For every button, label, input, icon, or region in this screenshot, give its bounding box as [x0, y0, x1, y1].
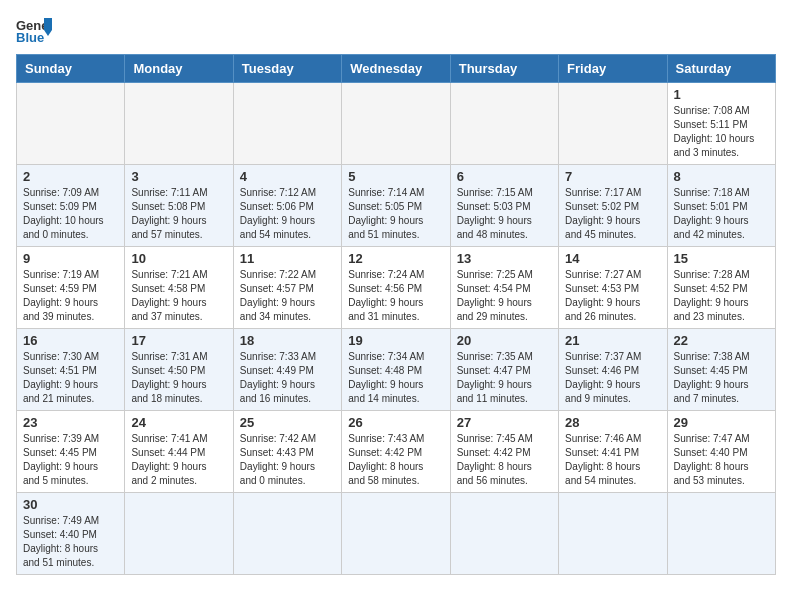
calendar-cell: 20Sunrise: 7:35 AM Sunset: 4:47 PM Dayli… — [450, 329, 558, 411]
calendar-week-row: 1Sunrise: 7:08 AM Sunset: 5:11 PM Daylig… — [17, 83, 776, 165]
svg-text:Blue: Blue — [16, 30, 44, 44]
day-info: Sunrise: 7:12 AM Sunset: 5:06 PM Dayligh… — [240, 186, 335, 242]
weekday-header-thursday: Thursday — [450, 55, 558, 83]
day-info: Sunrise: 7:22 AM Sunset: 4:57 PM Dayligh… — [240, 268, 335, 324]
calendar-cell — [342, 83, 450, 165]
weekday-header-saturday: Saturday — [667, 55, 775, 83]
weekday-header-row: SundayMondayTuesdayWednesdayThursdayFrid… — [17, 55, 776, 83]
calendar-cell — [667, 493, 775, 575]
calendar-table: SundayMondayTuesdayWednesdayThursdayFrid… — [16, 54, 776, 575]
day-info: Sunrise: 7:47 AM Sunset: 4:40 PM Dayligh… — [674, 432, 769, 488]
calendar-cell: 3Sunrise: 7:11 AM Sunset: 5:08 PM Daylig… — [125, 165, 233, 247]
calendar-cell: 16Sunrise: 7:30 AM Sunset: 4:51 PM Dayli… — [17, 329, 125, 411]
day-number: 7 — [565, 169, 660, 184]
day-info: Sunrise: 7:18 AM Sunset: 5:01 PM Dayligh… — [674, 186, 769, 242]
day-number: 12 — [348, 251, 443, 266]
weekday-header-friday: Friday — [559, 55, 667, 83]
day-number: 15 — [674, 251, 769, 266]
day-info: Sunrise: 7:41 AM Sunset: 4:44 PM Dayligh… — [131, 432, 226, 488]
day-number: 30 — [23, 497, 118, 512]
day-number: 8 — [674, 169, 769, 184]
calendar-cell: 15Sunrise: 7:28 AM Sunset: 4:52 PM Dayli… — [667, 247, 775, 329]
day-info: Sunrise: 7:24 AM Sunset: 4:56 PM Dayligh… — [348, 268, 443, 324]
calendar-cell — [17, 83, 125, 165]
calendar-cell: 7Sunrise: 7:17 AM Sunset: 5:02 PM Daylig… — [559, 165, 667, 247]
day-number: 14 — [565, 251, 660, 266]
day-number: 4 — [240, 169, 335, 184]
weekday-header-tuesday: Tuesday — [233, 55, 341, 83]
svg-marker-3 — [44, 30, 52, 36]
day-number: 25 — [240, 415, 335, 430]
day-number: 18 — [240, 333, 335, 348]
day-number: 16 — [23, 333, 118, 348]
calendar-cell: 19Sunrise: 7:34 AM Sunset: 4:48 PM Dayli… — [342, 329, 450, 411]
day-info: Sunrise: 7:34 AM Sunset: 4:48 PM Dayligh… — [348, 350, 443, 406]
weekday-header-monday: Monday — [125, 55, 233, 83]
day-number: 5 — [348, 169, 443, 184]
day-number: 28 — [565, 415, 660, 430]
day-number: 24 — [131, 415, 226, 430]
calendar-cell — [233, 493, 341, 575]
day-number: 17 — [131, 333, 226, 348]
day-info: Sunrise: 7:43 AM Sunset: 4:42 PM Dayligh… — [348, 432, 443, 488]
calendar-cell: 30Sunrise: 7:49 AM Sunset: 4:40 PM Dayli… — [17, 493, 125, 575]
calendar-cell: 22Sunrise: 7:38 AM Sunset: 4:45 PM Dayli… — [667, 329, 775, 411]
day-info: Sunrise: 7:25 AM Sunset: 4:54 PM Dayligh… — [457, 268, 552, 324]
day-info: Sunrise: 7:28 AM Sunset: 4:52 PM Dayligh… — [674, 268, 769, 324]
calendar-cell: 21Sunrise: 7:37 AM Sunset: 4:46 PM Dayli… — [559, 329, 667, 411]
day-info: Sunrise: 7:42 AM Sunset: 4:43 PM Dayligh… — [240, 432, 335, 488]
day-info: Sunrise: 7:14 AM Sunset: 5:05 PM Dayligh… — [348, 186, 443, 242]
day-info: Sunrise: 7:35 AM Sunset: 4:47 PM Dayligh… — [457, 350, 552, 406]
calendar-cell: 11Sunrise: 7:22 AM Sunset: 4:57 PM Dayli… — [233, 247, 341, 329]
calendar-header: SundayMondayTuesdayWednesdayThursdayFrid… — [17, 55, 776, 83]
day-info: Sunrise: 7:09 AM Sunset: 5:09 PM Dayligh… — [23, 186, 118, 242]
day-info: Sunrise: 7:11 AM Sunset: 5:08 PM Dayligh… — [131, 186, 226, 242]
calendar-cell: 14Sunrise: 7:27 AM Sunset: 4:53 PM Dayli… — [559, 247, 667, 329]
calendar-cell: 23Sunrise: 7:39 AM Sunset: 4:45 PM Dayli… — [17, 411, 125, 493]
day-info: Sunrise: 7:30 AM Sunset: 4:51 PM Dayligh… — [23, 350, 118, 406]
day-number: 10 — [131, 251, 226, 266]
weekday-header-sunday: Sunday — [17, 55, 125, 83]
calendar-cell: 26Sunrise: 7:43 AM Sunset: 4:42 PM Dayli… — [342, 411, 450, 493]
calendar-cell: 8Sunrise: 7:18 AM Sunset: 5:01 PM Daylig… — [667, 165, 775, 247]
calendar-cell — [450, 83, 558, 165]
day-info: Sunrise: 7:33 AM Sunset: 4:49 PM Dayligh… — [240, 350, 335, 406]
svg-marker-2 — [44, 18, 52, 30]
calendar-cell: 29Sunrise: 7:47 AM Sunset: 4:40 PM Dayli… — [667, 411, 775, 493]
day-info: Sunrise: 7:38 AM Sunset: 4:45 PM Dayligh… — [674, 350, 769, 406]
day-number: 13 — [457, 251, 552, 266]
calendar-cell: 12Sunrise: 7:24 AM Sunset: 4:56 PM Dayli… — [342, 247, 450, 329]
calendar-body: 1Sunrise: 7:08 AM Sunset: 5:11 PM Daylig… — [17, 83, 776, 575]
day-number: 1 — [674, 87, 769, 102]
calendar-week-row: 23Sunrise: 7:39 AM Sunset: 4:45 PM Dayli… — [17, 411, 776, 493]
day-info: Sunrise: 7:21 AM Sunset: 4:58 PM Dayligh… — [131, 268, 226, 324]
day-info: Sunrise: 7:17 AM Sunset: 5:02 PM Dayligh… — [565, 186, 660, 242]
calendar-cell: 9Sunrise: 7:19 AM Sunset: 4:59 PM Daylig… — [17, 247, 125, 329]
day-number: 29 — [674, 415, 769, 430]
day-number: 26 — [348, 415, 443, 430]
calendar-cell — [559, 493, 667, 575]
calendar-cell: 5Sunrise: 7:14 AM Sunset: 5:05 PM Daylig… — [342, 165, 450, 247]
calendar-cell — [342, 493, 450, 575]
calendar-cell — [233, 83, 341, 165]
day-info: Sunrise: 7:39 AM Sunset: 4:45 PM Dayligh… — [23, 432, 118, 488]
day-number: 22 — [674, 333, 769, 348]
day-info: Sunrise: 7:31 AM Sunset: 4:50 PM Dayligh… — [131, 350, 226, 406]
day-number: 9 — [23, 251, 118, 266]
day-info: Sunrise: 7:49 AM Sunset: 4:40 PM Dayligh… — [23, 514, 118, 570]
day-info: Sunrise: 7:46 AM Sunset: 4:41 PM Dayligh… — [565, 432, 660, 488]
day-number: 19 — [348, 333, 443, 348]
calendar-cell: 24Sunrise: 7:41 AM Sunset: 4:44 PM Dayli… — [125, 411, 233, 493]
calendar-cell: 10Sunrise: 7:21 AM Sunset: 4:58 PM Dayli… — [125, 247, 233, 329]
calendar-week-row: 9Sunrise: 7:19 AM Sunset: 4:59 PM Daylig… — [17, 247, 776, 329]
calendar-cell — [559, 83, 667, 165]
calendar-cell — [450, 493, 558, 575]
day-info: Sunrise: 7:15 AM Sunset: 5:03 PM Dayligh… — [457, 186, 552, 242]
calendar-cell — [125, 83, 233, 165]
day-number: 6 — [457, 169, 552, 184]
calendar-cell: 28Sunrise: 7:46 AM Sunset: 4:41 PM Dayli… — [559, 411, 667, 493]
day-info: Sunrise: 7:08 AM Sunset: 5:11 PM Dayligh… — [674, 104, 769, 160]
day-info: Sunrise: 7:27 AM Sunset: 4:53 PM Dayligh… — [565, 268, 660, 324]
day-number: 20 — [457, 333, 552, 348]
calendar-cell: 25Sunrise: 7:42 AM Sunset: 4:43 PM Dayli… — [233, 411, 341, 493]
